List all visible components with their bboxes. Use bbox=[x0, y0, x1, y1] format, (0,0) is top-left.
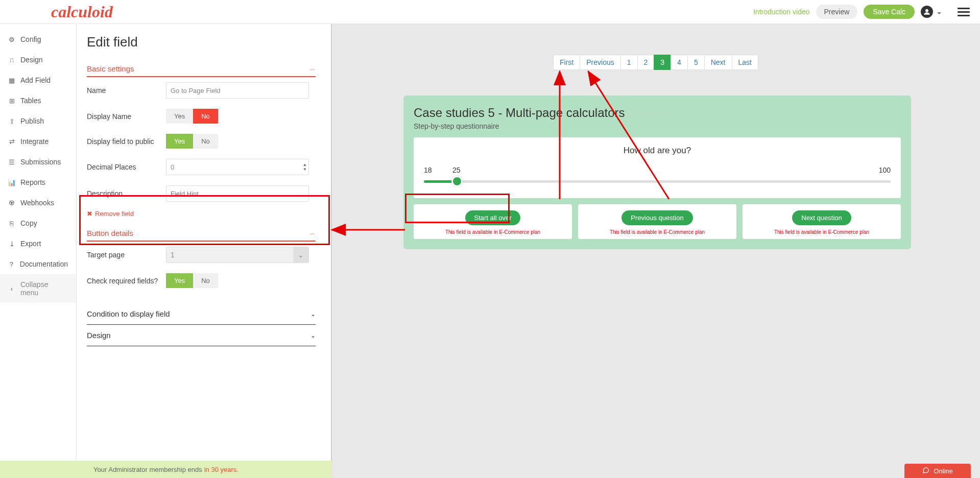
webhooks-icon: ♼ bbox=[8, 199, 15, 207]
config-icon: ⚙ bbox=[8, 36, 15, 43]
sidebar-item-label: Tables bbox=[20, 97, 41, 105]
page-3[interactable]: 3 bbox=[654, 55, 671, 70]
check-required-yes[interactable]: Yes bbox=[166, 273, 193, 288]
display-name-label: Display Name bbox=[87, 112, 166, 121]
avatar-icon bbox=[921, 6, 933, 18]
age-slider[interactable]: 18 25 100 bbox=[424, 166, 891, 183]
sidebar-item-export[interactable]: ⤓Export bbox=[0, 233, 76, 254]
display-name-yes[interactable]: Yes bbox=[166, 109, 193, 124]
slider-value-label: 25 bbox=[452, 166, 461, 174]
basic-settings-label: Basic settings bbox=[87, 64, 134, 73]
design-icon: ⎍ bbox=[8, 56, 15, 64]
page-2[interactable]: 2 bbox=[637, 55, 655, 70]
sidebar-item-integrate[interactable]: ⇄Integrate bbox=[0, 131, 76, 152]
name-input[interactable] bbox=[166, 82, 309, 99]
reports-icon: 📊 bbox=[8, 179, 15, 186]
sidebar-item-publish[interactable]: ⇪Publish bbox=[0, 111, 76, 131]
pagination: FirstPrevious12345NextLast bbox=[332, 55, 980, 70]
check-required-toggle: Yes No bbox=[166, 273, 218, 288]
ecommerce-note: This field is available in E-Commerce pl… bbox=[419, 229, 567, 235]
logo[interactable]: calculoid bbox=[51, 3, 113, 21]
sidebar-item-label: Add Field bbox=[20, 76, 51, 84]
chevron-down-icon: ⌄ bbox=[310, 332, 316, 339]
target-page-label: Target page bbox=[87, 251, 166, 259]
sidebar-item-tables[interactable]: ⊞Tables bbox=[0, 90, 76, 111]
sidebar-item-webhooks[interactable]: ♼Webhooks bbox=[0, 193, 76, 213]
app-header: calculoid Introduction video Preview Sav… bbox=[0, 0, 980, 24]
sidebar: ⚙Config⎍Design▦Add Field⊞Tables⇪Publish⇄… bbox=[0, 24, 77, 478]
page-5[interactable]: 5 bbox=[687, 55, 705, 70]
target-page-select[interactable]: 1 ⌄ bbox=[166, 247, 309, 263]
calc-title: Case studies 5 - Multi-page calculators bbox=[414, 106, 625, 120]
footer-text: Your Administrator membership ends bbox=[93, 466, 202, 473]
next-question-button[interactable]: Next question bbox=[792, 210, 851, 225]
save-calc-button[interactable]: Save Calc bbox=[864, 5, 915, 19]
target-page-value: 1 bbox=[171, 251, 175, 259]
export-icon: ⤓ bbox=[8, 240, 15, 248]
sidebar-item-label: Submissions bbox=[20, 158, 61, 166]
tables-icon: ⊞ bbox=[8, 97, 15, 105]
question-card: How old are you? 18 25 100 bbox=[414, 137, 901, 198]
section-condition[interactable]: Condition to display field ⌄ bbox=[87, 303, 316, 325]
chat-widget[interactable]: Online bbox=[904, 464, 971, 478]
decimal-input[interactable] bbox=[166, 159, 309, 175]
ecommerce-note: This field is available in E-Commerce pl… bbox=[748, 229, 896, 235]
sidebar-item-label: Export bbox=[20, 240, 41, 248]
question-text: How old are you? bbox=[424, 146, 891, 156]
sidebar-item-add-field[interactable]: ▦Add Field bbox=[0, 70, 76, 90]
svg-point-0 bbox=[925, 9, 928, 12]
chevron-down-icon: ⌄ bbox=[310, 310, 316, 318]
sidebar-item-label: Publish bbox=[20, 117, 44, 125]
publish-icon: ⇪ bbox=[8, 117, 15, 125]
annotation-box-button-details bbox=[79, 195, 330, 245]
sidebar-item-copy[interactable]: ⎘Copy bbox=[0, 213, 76, 233]
chevron-down-icon: ⌄ bbox=[293, 247, 308, 262]
preview-button[interactable]: Preview bbox=[816, 5, 858, 19]
slider-min-label: 18 bbox=[424, 166, 432, 174]
page-next[interactable]: Next bbox=[704, 55, 732, 70]
sidebar-item-submissions[interactable]: ☰Submissions bbox=[0, 152, 76, 172]
decimal-label: Decimal Places bbox=[87, 163, 166, 171]
user-menu[interactable] bbox=[921, 6, 941, 18]
condition-label: Condition to display field bbox=[87, 309, 170, 318]
rating-stars[interactable]: ☆☆☆☆☆ bbox=[632, 111, 670, 119]
sidebar-item-label: Collapse menu bbox=[20, 280, 68, 297]
intro-video-link[interactable]: Introduction video bbox=[753, 8, 810, 16]
sidebar-item-label: Design bbox=[20, 56, 43, 64]
preview-area: FirstPrevious12345NextLast Case studies … bbox=[332, 24, 980, 478]
annotation-box-start-over bbox=[405, 194, 510, 223]
sidebar-item-collapse-menu[interactable]: ‹Collapse menu bbox=[0, 274, 76, 303]
page-4[interactable]: 4 bbox=[671, 55, 688, 70]
display-public-yes[interactable]: Yes bbox=[166, 134, 193, 149]
slider-max-label: 100 bbox=[879, 166, 891, 174]
sidebar-item-design[interactable]: ⎍Design bbox=[0, 50, 76, 70]
page-first[interactable]: First bbox=[553, 55, 580, 70]
add-field-icon: ▦ bbox=[8, 77, 15, 84]
previous-question-button[interactable]: Previous question bbox=[622, 210, 692, 225]
section-design[interactable]: Design ⌄ bbox=[87, 325, 316, 346]
chat-icon bbox=[922, 467, 929, 475]
collapse-menu-icon: ‹ bbox=[8, 285, 15, 293]
action-card-2: Next questionThis field is available in … bbox=[743, 204, 901, 239]
check-required-no[interactable]: No bbox=[193, 273, 218, 288]
display-name-no[interactable]: No bbox=[193, 109, 218, 124]
number-spinner-icon[interactable]: ▲▼ bbox=[303, 162, 307, 172]
section-basic-settings[interactable]: Basic settings ︿ bbox=[87, 59, 316, 77]
display-public-no[interactable]: No bbox=[193, 134, 218, 149]
sidebar-item-label: Integrate bbox=[20, 137, 49, 146]
ecommerce-note: This field is available in E-Commerce pl… bbox=[583, 229, 731, 235]
action-card-1: Previous questionThis field is available… bbox=[578, 204, 736, 239]
copy-icon: ⎘ bbox=[8, 220, 15, 227]
display-name-toggle: Yes No bbox=[166, 109, 218, 124]
page-previous[interactable]: Previous bbox=[580, 55, 620, 70]
page-1[interactable]: 1 bbox=[620, 55, 638, 70]
sidebar-item-documentation[interactable]: ?Documentation bbox=[0, 254, 76, 274]
slider-thumb[interactable] bbox=[451, 176, 463, 187]
footer-highlight: in 30 years. bbox=[204, 466, 238, 473]
page-last[interactable]: Last bbox=[732, 55, 758, 70]
sidebar-item-reports[interactable]: 📊Reports bbox=[0, 172, 76, 193]
hamburger-menu-icon[interactable] bbox=[958, 8, 970, 16]
name-label: Name bbox=[87, 86, 166, 94]
sidebar-item-config[interactable]: ⚙Config bbox=[0, 29, 76, 50]
edit-panel: Edit field Basic settings ︿ Name Display… bbox=[77, 24, 332, 478]
